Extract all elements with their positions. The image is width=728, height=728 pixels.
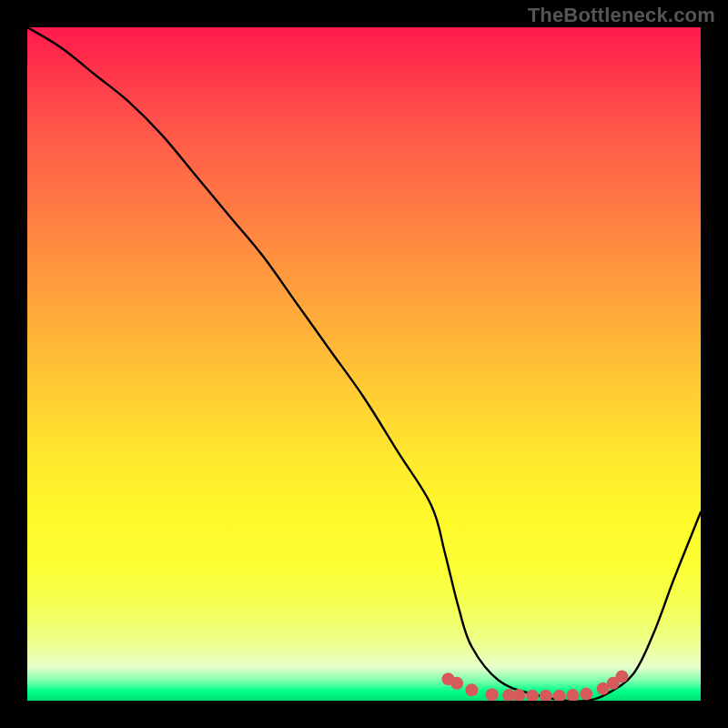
curve-marker [486,688,499,701]
curve-marker [465,683,478,696]
curve-line [27,27,701,701]
plot-area [27,27,701,701]
curve-marker [540,690,552,701]
curve-marker [580,688,592,701]
chart-svg [27,27,701,701]
watermark-text: TheBottleneck.com [528,4,715,27]
curve-marker [553,690,566,701]
curve-marker [615,670,628,682]
chart-frame: TheBottleneck.com [0,0,728,728]
curve-marker [566,689,579,701]
curve-marker [526,690,539,701]
curve-marker [450,677,463,690]
